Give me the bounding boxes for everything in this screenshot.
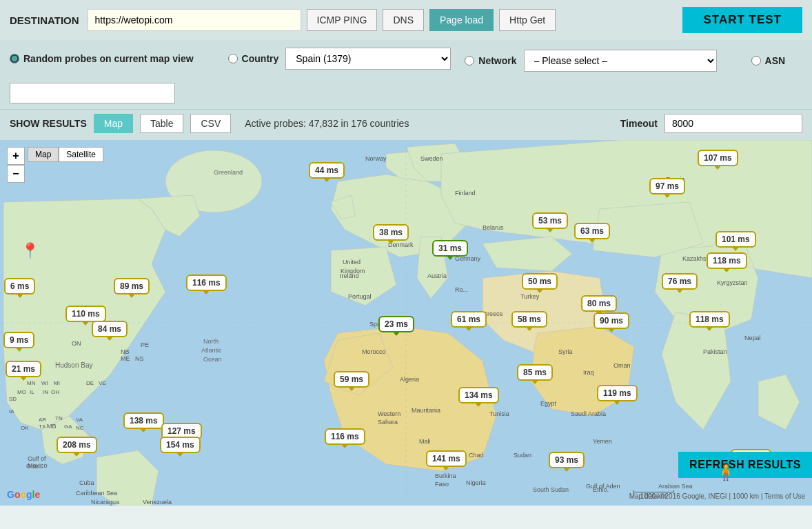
svg-text:ME: ME xyxy=(121,355,130,362)
network-label: Network xyxy=(478,55,516,66)
svg-text:Saudi Arabia: Saudi Arabia xyxy=(571,410,606,417)
svg-text:Turkey: Turkey xyxy=(520,293,540,300)
svg-text:Oman: Oman xyxy=(613,362,631,369)
show-results-label: SHOW RESULTS xyxy=(10,118,87,129)
zoom-out-btn[interactable]: − xyxy=(7,165,25,183)
destination-label: DESTINATION xyxy=(10,14,79,26)
svg-text:Atlantic: Atlantic xyxy=(201,347,222,354)
ping-bubble: 141 ms xyxy=(426,450,467,467)
page-load-btn[interactable]: Page load xyxy=(429,9,494,31)
asn-option[interactable]: ASN xyxy=(751,55,786,66)
timeout-label: Timeout xyxy=(620,118,658,129)
country-select[interactable]: Spain (1379) xyxy=(285,48,451,70)
ping-bubble: 116 ms xyxy=(325,428,365,445)
map-container[interactable]: Hudson Bay North Atlantic Ocean Greenlan… xyxy=(0,140,812,506)
random-probes-option[interactable]: Random probes on current map view xyxy=(10,53,194,64)
svg-text:ON: ON xyxy=(72,340,81,347)
network-option[interactable]: Network xyxy=(465,55,516,66)
ping-bubble: 118 ms xyxy=(689,311,730,328)
network-radio[interactable] xyxy=(465,56,474,66)
svg-text:MB: MB xyxy=(47,423,57,430)
svg-text:VE: VE xyxy=(99,380,106,386)
svg-text:United: United xyxy=(343,259,361,266)
ping-bubble: 59 ms xyxy=(334,371,369,388)
ping-bubble: 76 ms xyxy=(662,273,698,290)
svg-text:NS: NS xyxy=(135,355,144,362)
svg-text:GA: GA xyxy=(64,423,72,430)
svg-text:MI: MI xyxy=(54,380,60,386)
ping-bubble: 63 ms xyxy=(574,223,610,239)
country-label: Country xyxy=(242,53,279,64)
top-bar: DESTINATION ICMP PING DNS Page load Http… xyxy=(0,0,812,40)
svg-text:Western: Western xyxy=(378,410,400,417)
country-radio[interactable] xyxy=(228,54,238,63)
map-controls: + − xyxy=(7,147,25,183)
svg-text:Chad: Chad xyxy=(469,452,484,459)
google-logo: Google xyxy=(7,489,40,500)
svg-text:Tunisia: Tunisia xyxy=(489,410,509,417)
svg-text:Mali: Mali xyxy=(419,438,431,445)
svg-text:Syria: Syria xyxy=(558,348,573,355)
svg-text:Morocco: Morocco xyxy=(362,348,386,355)
svg-text:OK: OK xyxy=(21,425,29,431)
http-get-btn[interactable]: Http Get xyxy=(499,9,556,31)
svg-text:Finland: Finland xyxy=(455,190,476,197)
ping-bubble: 21 ms xyxy=(6,361,41,377)
svg-text:Yemen: Yemen xyxy=(593,438,612,445)
ping-bubble: 89 ms xyxy=(114,278,150,295)
map-view-btn[interactable]: Map xyxy=(94,114,133,133)
options-bar: Random probes on current map view Countr… xyxy=(0,40,812,109)
street-view-icon[interactable]: 🧍 xyxy=(715,462,736,481)
timeout-input[interactable] xyxy=(664,114,802,133)
svg-text:Belarus: Belarus xyxy=(483,224,504,231)
dns-btn[interactable]: DNS xyxy=(383,9,424,31)
svg-text:Hudson Bay: Hudson Bay xyxy=(55,361,92,369)
ping-bubble: 93 ms xyxy=(549,452,585,468)
map-type-map-btn[interactable]: Map xyxy=(28,147,59,162)
asn-label: ASN xyxy=(765,55,786,66)
map-type-satellite-btn[interactable]: Satellite xyxy=(59,147,103,162)
ping-bubble: 107 ms xyxy=(698,150,738,166)
svg-text:Caribbean Sea: Caribbean Sea xyxy=(76,490,117,497)
ping-bubble: 208 ms xyxy=(57,437,97,453)
svg-text:Russia: Russia xyxy=(779,140,800,141)
svg-text:Nepal: Nepal xyxy=(744,335,761,341)
country-option[interactable]: Country xyxy=(228,53,279,64)
svg-text:Kingdom: Kingdom xyxy=(341,268,365,275)
start-test-button[interactable]: START TEST xyxy=(682,7,802,33)
ping-bubble: 6 ms xyxy=(4,278,35,295)
zoom-in-btn[interactable]: + xyxy=(7,147,25,165)
svg-text:NC: NC xyxy=(76,425,84,431)
random-probes-radio[interactable] xyxy=(10,54,19,63)
svg-text:DE: DE xyxy=(86,380,94,386)
svg-text:SD: SD xyxy=(9,396,17,402)
map-attribution: Map data ©2016 Google, INEGI | 1000 km |… xyxy=(629,492,805,500)
ping-bubble: 85 ms xyxy=(517,364,553,381)
ping-bubble: 154 ms xyxy=(160,437,201,453)
svg-text:Austria: Austria xyxy=(427,272,447,279)
svg-text:Pakistan: Pakistan xyxy=(703,348,727,355)
random-probes-label: Random probes on current map view xyxy=(23,53,194,64)
asn-input[interactable] xyxy=(10,83,175,103)
csv-view-btn[interactable]: CSV xyxy=(190,114,231,133)
svg-text:Portugal: Portugal xyxy=(348,293,372,300)
svg-text:TX: TX xyxy=(39,423,46,430)
location-marker: 📍 xyxy=(21,242,39,260)
svg-text:Kyrgyzstan: Kyrgyzstan xyxy=(717,279,748,286)
ping-bubble: 50 ms xyxy=(522,273,558,290)
refresh-results-btn[interactable]: REFRESH RESULTS xyxy=(678,452,812,478)
svg-text:WI: WI xyxy=(41,380,48,386)
icmp-ping-btn[interactable]: ICMP PING xyxy=(307,9,378,31)
svg-text:North: North xyxy=(203,338,219,345)
url-input[interactable] xyxy=(88,9,301,31)
ping-bubble: 101 ms xyxy=(715,231,756,248)
ping-bubble: 110 ms xyxy=(65,306,106,322)
svg-text:MO: MO xyxy=(17,389,26,395)
svg-text:Greenland: Greenland xyxy=(214,169,243,176)
network-select[interactable]: – Please select – xyxy=(524,50,717,72)
svg-text:South Sudan: South Sudan xyxy=(533,486,569,493)
asn-radio[interactable] xyxy=(751,56,761,66)
ping-bubble: 90 ms xyxy=(593,312,629,329)
table-view-btn[interactable]: Table xyxy=(140,114,183,133)
svg-text:Cuba: Cuba xyxy=(79,479,94,486)
